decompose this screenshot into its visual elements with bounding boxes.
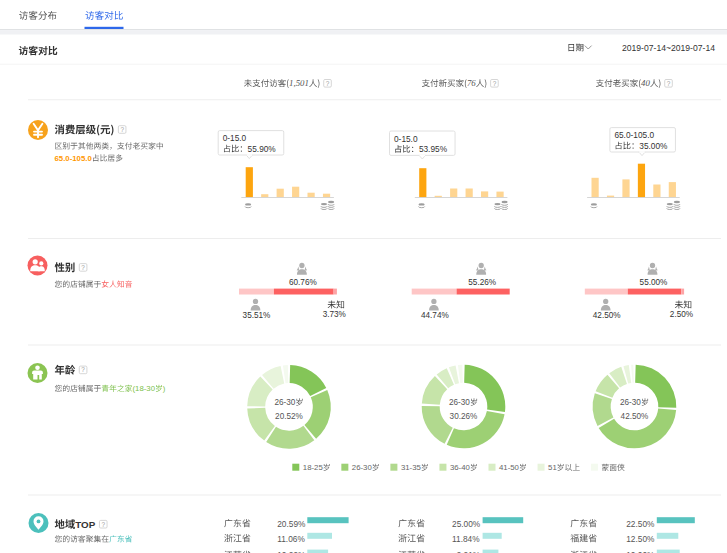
- svg-text:26-30: 26-30: [274, 398, 295, 407]
- svg-text:60.76%: 60.76%: [289, 278, 317, 287]
- svg-text:?: ?: [101, 521, 105, 528]
- svg-text:?: ?: [81, 366, 85, 373]
- svg-text:26-30: 26-30: [352, 463, 373, 472]
- svg-text:?: ?: [667, 80, 671, 87]
- svg-text:?: ?: [493, 80, 497, 87]
- svg-text:30.26%: 30.26%: [450, 412, 478, 421]
- svg-text:(18-30: (18-30: [133, 384, 156, 393]
- svg-text:3.73%: 3.73%: [323, 310, 346, 319]
- svg-text:55.90%: 55.90%: [248, 144, 277, 154]
- svg-text:44.74%: 44.74%: [421, 311, 449, 320]
- svg-text:51: 51: [548, 463, 557, 472]
- svg-text:): ): [163, 384, 166, 393]
- svg-text:31-35: 31-35: [401, 463, 422, 472]
- svg-text:18-25: 18-25: [303, 463, 324, 472]
- svg-text:?: ?: [81, 264, 85, 271]
- svg-text:25.00%: 25.00%: [452, 519, 481, 529]
- svg-text:65.0-105.0: 65.0-105.0: [614, 130, 654, 140]
- svg-text:1,501: 1,501: [289, 78, 309, 88]
- svg-text:0-15.0: 0-15.0: [394, 134, 418, 144]
- svg-text:55.00%: 55.00%: [640, 278, 668, 287]
- svg-text:2019-07-14~2019-07-14: 2019-07-14~2019-07-14: [622, 43, 715, 53]
- svg-text:22.50%: 22.50%: [626, 519, 655, 529]
- svg-text:12.50%: 12.50%: [626, 534, 655, 544]
- svg-text:11.06%: 11.06%: [277, 534, 305, 544]
- svg-text:65.0-105.0: 65.0-105.0: [55, 154, 93, 163]
- svg-text:41-50: 41-50: [499, 463, 520, 472]
- svg-text:36-40: 36-40: [450, 463, 471, 472]
- svg-text:53.95%: 53.95%: [419, 144, 448, 154]
- svg-text:26-30: 26-30: [449, 398, 470, 407]
- svg-text:76: 76: [467, 78, 476, 88]
- svg-text:TOP: TOP: [75, 519, 95, 530]
- svg-text:42.50%: 42.50%: [593, 311, 621, 320]
- svg-text:40: 40: [641, 78, 650, 88]
- svg-text:2.50%: 2.50%: [670, 310, 693, 319]
- svg-text:35.00%: 35.00%: [639, 141, 668, 151]
- svg-text:26-30: 26-30: [620, 398, 641, 407]
- svg-text:?: ?: [120, 126, 124, 133]
- svg-text:55.26%: 55.26%: [468, 278, 496, 287]
- svg-text:11.84%: 11.84%: [452, 534, 480, 544]
- svg-text:20.59%: 20.59%: [277, 519, 306, 529]
- svg-text:0-15.0: 0-15.0: [223, 133, 247, 143]
- svg-text:42.50%: 42.50%: [621, 412, 649, 421]
- svg-text:35.51%: 35.51%: [243, 311, 271, 320]
- svg-text:?: ?: [326, 80, 330, 87]
- svg-text:20.52%: 20.52%: [275, 412, 303, 421]
